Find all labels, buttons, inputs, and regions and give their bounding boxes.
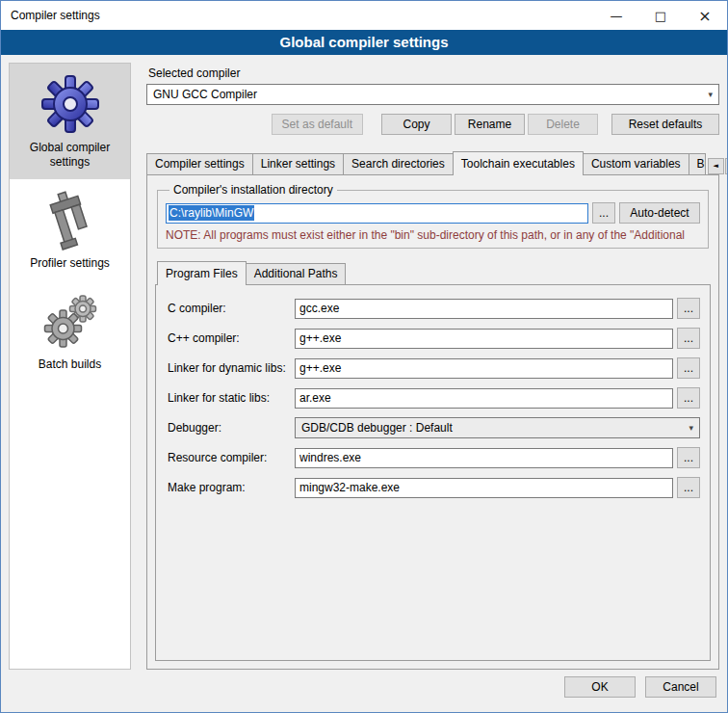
cpp-compiler-input[interactable] [295,329,673,349]
auto-detect-button[interactable]: Auto-detect [619,202,700,224]
debugger-row: Debugger: GDB/CDB debugger : Default ▾ [168,417,700,438]
close-icon: × [698,7,711,25]
compiler-select-value: GNU GCC Compiler [153,88,257,101]
minimize-button[interactable]: — [594,1,638,30]
arrow-left-icon: ◄ [713,163,717,170]
maximize-button[interactable]: □ [638,1,683,30]
c-compiler-input[interactable] [295,299,673,319]
tab-scroll-left-button[interactable]: ◄ [708,158,724,174]
field-label: Linker for dynamic libs: [168,361,291,375]
tab-custom-variables[interactable]: Custom variables [583,153,689,174]
compiler-select[interactable]: GNU GCC Compiler ▾ [146,84,719,105]
delete-button[interactable]: Delete [528,114,598,135]
installation-directory-input[interactable]: C:\raylib\MinGW [166,203,588,224]
make-program-row: Make program: ... [168,477,700,498]
c-compiler-row: C compiler: ... [168,298,700,319]
field-label: Resource compiler: [168,451,291,464]
window-title: Compiler settings [1,9,594,22]
chevron-down-icon: ▾ [708,90,713,99]
installation-directory-group: Compiler's installation directory C:\ray… [157,183,709,249]
resource-compiler-input[interactable] [295,448,673,468]
settings-tabbar: Compiler settings Linker settings Search… [146,151,719,174]
close-button[interactable]: × [683,1,727,30]
tab-search-directories[interactable]: Search directories [343,153,454,174]
installation-directory-row: C:\raylib\MinGW ... Auto-detect [166,202,700,224]
tab-compiler-settings[interactable]: Compiler settings [146,153,253,174]
note-text: NOTE: All programs must exist either in … [166,228,700,242]
selected-text: C:\raylib\MinGW [169,205,254,221]
tab-toolchain-executables[interactable]: Toolchain executables [453,151,584,175]
compiler-settings-window: Compiler settings — □ × Global compiler … [0,0,728,713]
toolchain-executables-panel: Compiler's installation directory C:\ray… [146,174,719,670]
tab-scroll-right-button[interactable]: ► [725,158,728,174]
browse-button[interactable]: ... [677,357,700,379]
sidebar-item-label: Global compiler settings [13,141,126,170]
maximize-icon: □ [655,9,666,23]
set-as-default-button[interactable]: Set as default [272,114,363,135]
field-label: C compiler: [168,302,291,315]
browse-button[interactable]: ... [677,328,700,349]
program-files-panel: C compiler: ... C++ compiler: ... Linker… [155,284,711,661]
field-label: Debugger: [168,421,291,435]
sidebar-item-batch-builds[interactable]: Batch builds [10,280,130,382]
browse-button[interactable]: ... [677,387,700,409]
compiler-button-row: Set as default Copy Rename Delete Reset … [146,114,719,135]
debugger-select[interactable]: GDB/CDB debugger : Default ▾ [295,417,700,438]
titlebar[interactable]: Compiler settings — □ × [1,1,727,30]
ok-button[interactable]: OK [564,676,636,698]
reset-defaults-button[interactable]: Reset defaults [611,114,719,135]
tab-linker-settings[interactable]: Linker settings [252,153,344,174]
field-label: Make program: [168,481,291,494]
sidebar-item-profiler-settings[interactable]: Profiler settings [10,179,130,280]
resource-compiler-row: Resource compiler: ... [168,447,700,468]
blue-gear-icon [39,73,101,135]
copy-button[interactable]: Copy [381,114,452,135]
selected-compiler-label: Selected compiler [148,66,719,80]
make-program-input[interactable] [295,478,673,498]
browse-button[interactable]: ... [677,477,700,498]
page-title: Global compiler settings [1,30,727,55]
gray-gears-icon [39,290,101,352]
rename-button[interactable]: Rename [455,114,525,135]
tab-build[interactable]: Buil [689,153,706,174]
subtab-program-files[interactable]: Program Files [157,261,247,285]
dynamic-linker-row: Linker for dynamic libs: ... [168,357,700,379]
field-label: Linker for static libs: [168,391,291,405]
program-files-subtabbar: Program Files Additional Paths [155,261,711,284]
debugger-select-value: GDB/CDB debugger : Default [301,421,453,435]
sidebar-item-global-compiler-settings[interactable]: Global compiler settings [10,64,130,179]
dynamic-linker-input[interactable] [295,358,673,379]
sidebar-item-label: Profiler settings [13,256,126,271]
content-area: Global compiler settings Profiler settin… [1,55,727,670]
cancel-button[interactable]: Cancel [645,676,716,698]
profiler-clamp-icon [39,189,101,251]
subtab-additional-paths[interactable]: Additional Paths [246,263,347,284]
installation-directory-group-title: Compiler's installation directory [169,183,337,197]
minimize-icon: — [611,9,623,23]
sidebar-item-label: Batch builds [13,357,126,372]
browse-button[interactable]: ... [677,447,700,468]
cpp-compiler-row: C++ compiler: ... [168,328,700,349]
static-linker-row: Linker for static libs: ... [168,387,700,409]
browse-button[interactable]: ... [677,298,700,319]
dialog-footer: OK Cancel [1,670,727,712]
static-linker-input[interactable] [295,388,673,409]
tab-scroll-arrows: ◄ ► [705,158,728,174]
settings-sidebar: Global compiler settings Profiler settin… [9,63,131,670]
field-label: C++ compiler: [168,331,291,345]
main-panel: Selected compiler GNU GCC Compiler ▾ Set… [141,63,719,670]
browse-directory-button[interactable]: ... [592,202,615,224]
chevron-down-icon: ▾ [689,423,693,433]
